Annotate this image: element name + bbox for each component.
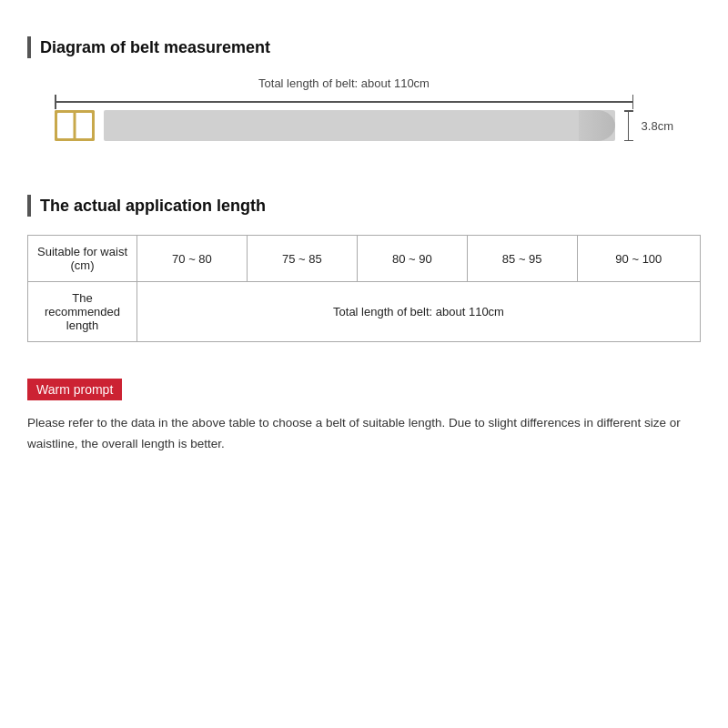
total-length-line [55,94,633,110]
section1-title: Diagram of belt measurement [27,36,701,58]
belt-visual: 3.8cm [55,110,673,141]
belt-buckle-icon [55,110,95,141]
table-cell-rec-label: The recommended length [28,282,137,342]
belt-diagram: Total length of belt: about 110cm 3.8 [55,76,673,167]
section2-title-text: The actual application length [40,197,266,216]
table-cell-85-95: 85 ~ 95 [467,236,577,282]
warm-badge: Warm prompt [27,379,122,400]
measurement-table: Suitable for waist (cm) 70 ~ 80 75 ~ 85 … [27,235,701,342]
width-indicator: 3.8cm [624,110,673,141]
warm-section: Warm prompt Please refer to the data in … [27,379,701,455]
table-row-1: Suitable for waist (cm) 70 ~ 80 75 ~ 85 … [28,236,701,282]
table-cell-header: Suitable for waist (cm) [28,236,137,282]
total-length-label: Total length of belt: about 110cm [55,76,633,90]
warm-text: Please refer to the data in the above ta… [27,413,701,455]
table-row-2: The recommended length Total length of b… [28,282,701,342]
width-bracket [624,110,637,141]
table-section: The actual application length Suitable f… [27,195,701,342]
width-label: 3.8cm [642,119,673,133]
page: Diagram of belt measurement Total length… [0,0,728,728]
section1-title-text: Diagram of belt measurement [40,38,270,57]
table-cell-80-90: 80 ~ 90 [357,236,467,282]
table-cell-75-85: 75 ~ 85 [247,236,357,282]
belt-body [104,110,615,141]
table-cell-90-100: 90 ~ 100 [577,236,700,282]
section2-title: The actual application length [27,195,701,217]
table-cell-70-80: 70 ~ 80 [137,236,248,282]
table-cell-rec-value: Total length of belt: about 110cm [137,282,701,342]
